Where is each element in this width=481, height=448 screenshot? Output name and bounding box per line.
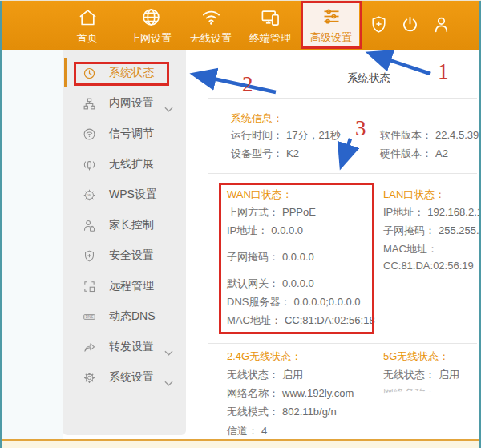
lan-row: 子网掩码：255.255.255.0: [383, 224, 481, 238]
user-icon[interactable]: [431, 14, 451, 34]
signal-icon: [83, 127, 96, 141]
sidebar-item-wireless-extension[interactable]: 无线扩展: [63, 149, 186, 180]
sidebar-item-wps-settings[interactable]: w WPS设置: [63, 180, 186, 210]
top-border: [0, 0, 481, 1]
wifi24-row: 无线状态：启用: [227, 368, 303, 382]
sidebar-label: 远程管理: [109, 279, 154, 293]
tab-advanced-settings[interactable]: 高级设置: [303, 3, 359, 49]
sidebar: 系统状态 内网设置 信号调节 无线扩展 w WPS设置 家长控制: [63, 50, 186, 435]
tab-home[interactable]: 首页: [55, 4, 119, 47]
divider: [208, 343, 477, 344]
wifi5-row: 无线状态：启用: [383, 368, 459, 382]
bottom-strip: [2, 441, 479, 448]
tab-internet-label: 上网设置: [119, 31, 183, 46]
sidebar-item-dynamic-dns[interactable]: DNS 动态DNS: [63, 301, 186, 332]
shield-plus-icon[interactable]: [369, 14, 389, 34]
wifi5-heading: 5G无线状态：: [383, 349, 449, 364]
lan-status-heading: LAN口状态：: [383, 188, 445, 202]
sidebar-item-system-status[interactable]: 系统状态: [63, 58, 186, 88]
system-info-heading: 系统信息：: [231, 111, 283, 126]
sidebar-item-system-settings[interactable]: 系统设置: [63, 362, 186, 393]
sliders-icon: [303, 3, 359, 29]
power-icon[interactable]: [400, 14, 420, 34]
sidebar-label: 系统设置: [109, 370, 154, 385]
chevron-down-icon: [164, 101, 173, 115]
device-model-row: 设备型号：K2: [231, 147, 299, 161]
chevron-down-icon: [164, 375, 173, 389]
wifi24-row: 信道：4: [227, 424, 267, 438]
shield-plus-icon: [83, 249, 96, 263]
wifi24-row: 网络名称：www.192ly.com: [227, 386, 354, 401]
sidebar-label: 信号调节: [109, 127, 154, 141]
tab-terminal-label: 终端管理: [238, 31, 302, 46]
dns-icon: DNS: [83, 310, 96, 324]
svg-text:w: w: [87, 192, 91, 197]
sidebar-label: 家长控制: [109, 218, 154, 232]
sidebar-label: 系统状态: [109, 66, 154, 80]
wan-status-heading: WAN口状态：: [227, 188, 293, 202]
clock-icon: [83, 67, 96, 80]
sidebar-item-remote-management[interactable]: 远程管理: [63, 271, 186, 301]
hardware-version-row: 硬件版本：A2: [380, 147, 448, 161]
sidebar-label: 动态DNS: [109, 309, 156, 324]
wan-row: 上网方式：PPPoE: [227, 205, 316, 220]
lan-row: IP地址：192.168.2.1: [383, 205, 481, 220]
chevron-down-icon: [164, 345, 173, 359]
lan-nodes-icon: [83, 97, 96, 111]
active-item-accent-bar: [64, 58, 67, 87]
wan-row: DNS服务器：0.0.0.0;0.0.0.0: [227, 295, 361, 309]
tab-internet-settings[interactable]: 上网设置: [119, 4, 183, 47]
top-navbar: 首页 上网设置 无线设置 终端管理 高级设置: [2, 1, 479, 50]
page-title: 系统状态: [347, 71, 390, 86]
divider: [208, 98, 477, 99]
lan-row: MAC地址：: [383, 242, 438, 256]
navbar-actions: [369, 14, 451, 34]
tab-advanced-label: 高级设置: [303, 30, 359, 45]
wifi24-row: 无线模式：802.11b/g/n: [227, 405, 337, 419]
tab-terminal-management[interactable]: 终端管理: [238, 4, 302, 47]
home-icon: [55, 4, 119, 30]
sidebar-item-signal-adjust[interactable]: 信号调节: [63, 119, 186, 149]
globe-icon: [119, 4, 183, 30]
left-border: [0, 0, 2, 448]
tab-wireless-label: 无线设置: [179, 31, 243, 46]
wifi5-row-faint: 信道：: [383, 426, 414, 440]
wan-row: 子网掩码：0.0.0.0: [227, 250, 314, 264]
sidebar-item-security-settings[interactable]: 安全设置: [63, 240, 186, 271]
remote-frame-icon: [83, 280, 96, 293]
sidebar-item-forwarding-settings[interactable]: 转发设置: [63, 332, 186, 362]
divider: [208, 173, 477, 174]
sidebar-label: 无线扩展: [109, 157, 154, 172]
sidebar-item-intranet-settings[interactable]: 内网设置: [63, 88, 186, 119]
wifi5-row: 网络名称：www.192ly.com: [383, 386, 481, 401]
sidebar-label: 安全设置: [109, 248, 154, 263]
left-gutter: [2, 50, 63, 448]
sidebar-label: 内网设置: [109, 96, 154, 111]
antenna-icon: [83, 158, 96, 172]
gear-icon: [83, 371, 96, 385]
wan-row: 默认网关：0.0.0.0: [227, 276, 314, 291]
uptime-row: 运行时间：17分，21秒: [231, 128, 341, 143]
wifi24-heading: 2.4G无线状态：: [227, 349, 301, 364]
lan-row: CC:81:DA:02:56:19: [383, 260, 474, 272]
parent-lock-icon: [83, 219, 96, 232]
forward-arrow-icon: [83, 341, 96, 354]
sidebar-label: 转发设置: [109, 340, 154, 354]
sidebar-item-parental-control[interactable]: 家长控制: [63, 210, 186, 240]
wps-gear-icon: w: [83, 188, 96, 202]
wan-row: MAC地址：CC:81:DA:02:56:18: [227, 313, 375, 328]
sidebar-label: WPS设置: [109, 188, 157, 202]
tab-home-label: 首页: [55, 31, 119, 46]
devices-icon: [238, 4, 302, 30]
wifi-icon: [179, 4, 243, 30]
svg-text:DNS: DNS: [86, 315, 94, 319]
tab-wireless-settings[interactable]: 无线设置: [179, 4, 243, 47]
software-version-row: 软件版本：22.4.5.39: [380, 128, 479, 143]
wan-row: IP地址：0.0.0.0: [227, 224, 303, 238]
